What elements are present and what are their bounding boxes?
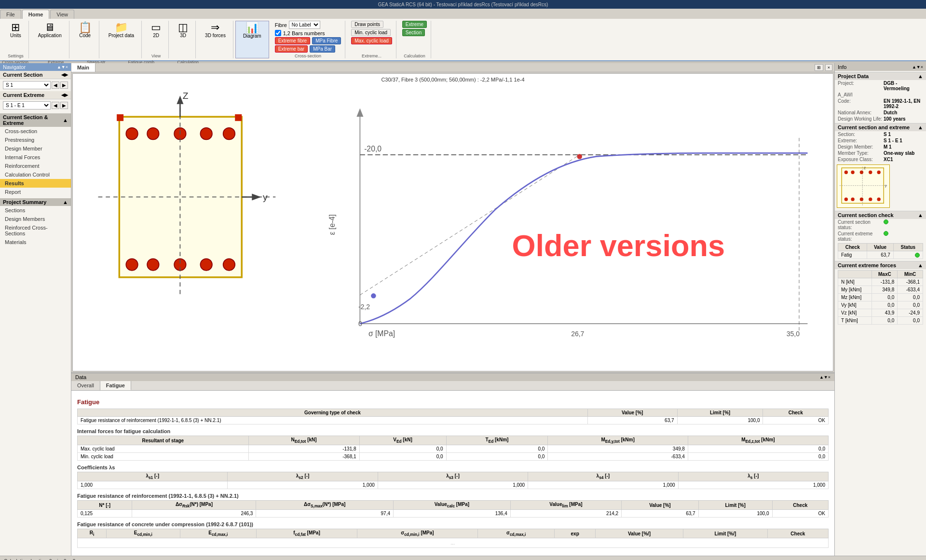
project-data-header[interactable]: Project Data ▲ bbox=[835, 72, 926, 80]
fr-v4: 136,4 bbox=[393, 510, 510, 518]
extreme-bar-row: Extreme bar MPa Bar bbox=[275, 45, 341, 53]
overall-tab[interactable]: Overall bbox=[71, 381, 100, 390]
ribbon-group-units: ⊞ Units Settings bbox=[3, 21, 29, 58]
x-tick-350: 35,0 bbox=[787, 330, 800, 338]
svg-point-4 bbox=[869, 171, 872, 174]
nav-item-reinforcement[interactable]: Reinforcement bbox=[0, 162, 71, 170]
min-cyclic-btn[interactable]: Min. cyclic load bbox=[351, 29, 391, 36]
col-medy: MEd,y,tot [kNm] bbox=[548, 436, 688, 445]
section-extreme-collapse: ▲ bbox=[63, 117, 68, 123]
max-cyclic-btn[interactable]: Max. cyclic load bbox=[351, 37, 392, 44]
extreme-select[interactable]: S 1 - E 1 bbox=[3, 101, 51, 109]
table-row: Mz [kNm] 0,0 0,0 bbox=[838, 294, 923, 301]
ct-h4: fcd,fat [MPa] bbox=[257, 529, 357, 538]
3dforces-button[interactable]: ⇒ 3D forces bbox=[202, 21, 229, 40]
check-th-3: Status bbox=[893, 244, 923, 251]
coefficients-title: Coefficients λs bbox=[77, 464, 829, 470]
code-button[interactable]: 📋 Code bbox=[75, 21, 95, 40]
check-th-2: Value bbox=[867, 244, 893, 251]
3d-button[interactable]: ◫ 3D bbox=[175, 21, 191, 40]
title-text: GEA StaticA RCS (64 bit) - Testovací pří… bbox=[378, 2, 548, 7]
view-close-btn[interactable]: × bbox=[825, 64, 832, 71]
mpa-bar-btn[interactable]: MPa Bar bbox=[310, 45, 335, 53]
project-label-2: Code: bbox=[838, 98, 884, 109]
extreme-fibre-btn[interactable]: Extreme fibre bbox=[275, 37, 310, 44]
project-value-4: 100 years bbox=[884, 116, 906, 122]
units-button[interactable]: ⊞ Units bbox=[7, 21, 25, 40]
section-calc-btn[interactable]: Section bbox=[402, 29, 425, 36]
project-label-4: Design Working Life: bbox=[838, 116, 884, 122]
section-select[interactable]: S 1 bbox=[3, 81, 51, 89]
epsilon-label: ε [e-4] bbox=[328, 214, 336, 235]
draw-points-btn[interactable]: Draw points bbox=[351, 21, 383, 28]
main-tab[interactable]: Main bbox=[71, 63, 95, 72]
tab-file[interactable]: File bbox=[0, 10, 21, 19]
extreme-prev-btn[interactable]: ◀ bbox=[52, 102, 59, 109]
fatigue-res-table: N* [-] ΔσRsk(N*) [MPa] ΔσS,max(N*) [MPa]… bbox=[77, 500, 829, 518]
bars-checkbox[interactable] bbox=[275, 30, 281, 36]
ef-r2-max: 0,0 bbox=[872, 294, 898, 301]
section-status-row: Current section status: bbox=[835, 219, 926, 231]
section-status-label: Current section status: bbox=[838, 219, 884, 230]
nav-item-prestressing[interactable]: Prestressing bbox=[0, 136, 71, 144]
data-header: Data ▲▼× bbox=[71, 373, 834, 381]
table-row: T [kNm] 0,0 0,0 bbox=[838, 317, 923, 325]
project-data-collapse: ▲ bbox=[918, 73, 923, 79]
extreme-forces-collapse: ▲ bbox=[918, 262, 923, 268]
project-summary-group[interactable]: Project Summary ▲ bbox=[0, 198, 71, 206]
main-layout: Navigator ▲▼× Current Section ◀▶ S 1 ◀ ▶… bbox=[0, 63, 926, 556]
view-maximize-btn[interactable]: ⊞ bbox=[815, 64, 823, 71]
nav-item-internalforces[interactable]: Internal Forces bbox=[0, 153, 71, 162]
section-prev-btn[interactable]: ◀ bbox=[52, 82, 59, 89]
rebar-t5 bbox=[223, 128, 235, 140]
ribbon-group-drawpoints: Draw points Min. cyclic load Max. cyclic… bbox=[347, 21, 396, 58]
col-ted: TEd [kNm] bbox=[446, 436, 548, 445]
extreme-calc-btn[interactable]: Extreme bbox=[402, 21, 427, 28]
extreme-fibre-row: Extreme fibre MPa Fibre bbox=[275, 37, 341, 44]
nav-item-materials[interactable]: Materials bbox=[0, 238, 71, 246]
current-sec-ext-header[interactable]: Current section and extreme ▲ bbox=[835, 123, 926, 131]
extreme-next-btn[interactable]: ▶ bbox=[60, 102, 68, 109]
check-th-1: Check bbox=[838, 244, 867, 251]
current-extreme-nav-icons: ◀▶ bbox=[61, 93, 68, 97]
tab-view[interactable]: View bbox=[50, 10, 74, 19]
section-extreme-group[interactable]: Current Section & Extreme ▲ bbox=[0, 113, 71, 127]
coefficients-table: λs1 [-] λs2 [-] λs3 [-] λs4 [-] λs [-] 1… bbox=[77, 472, 829, 489]
projectdata-button[interactable]: 📁 Project data bbox=[105, 21, 137, 40]
table-row: Vy [kN] 0,0 0,0 bbox=[838, 301, 923, 309]
section-next-btn[interactable]: ▶ bbox=[60, 82, 68, 89]
intersection-point bbox=[577, 154, 582, 159]
application-button[interactable]: 🖥 Application bbox=[35, 21, 65, 40]
nav-item-calccontrol[interactable]: Calculation Control bbox=[0, 170, 71, 179]
internal-forces-title: Internal forces for fatigue calculation bbox=[77, 428, 829, 434]
mpa-fibre-btn[interactable]: MPa Fibre bbox=[312, 37, 341, 44]
col-governing: Governing type of check bbox=[78, 409, 588, 417]
nav-item-designmember[interactable]: Design Member bbox=[0, 144, 71, 153]
2d-button[interactable]: ▭ 2D bbox=[148, 21, 164, 40]
nav-item-crosssection[interactable]: Cross-section bbox=[0, 127, 71, 136]
fr-h7: Limit [%] bbox=[698, 501, 772, 510]
ribbon-group-calculation: Extreme Section Calculation bbox=[398, 21, 431, 58]
section-check-title: Current section check bbox=[838, 212, 894, 218]
section-check-header[interactable]: Current section check ▲ bbox=[835, 211, 926, 219]
check-td-2: 63,7 bbox=[867, 251, 893, 259]
nav-item-report[interactable]: Report bbox=[0, 188, 71, 196]
fibre-select[interactable]: No Label bbox=[289, 21, 320, 29]
diagram-button[interactable]: 📊 Diagram bbox=[240, 21, 265, 40]
coeff-h1: λs1 [-] bbox=[78, 472, 228, 481]
table-row: Min. cyclic load -368,1 0,0 0,0 -633,4 0… bbox=[78, 453, 829, 461]
extreme-forces-header[interactable]: Current extreme forces ▲ bbox=[835, 261, 926, 269]
table-row: N [kN] -131,8 -368,1 bbox=[838, 278, 923, 286]
tab-home[interactable]: Home bbox=[22, 10, 50, 19]
ribbon-group-code: 📋 Code bbox=[71, 21, 99, 58]
cse-label-1: Extreme: bbox=[838, 138, 884, 143]
project-data-title: Project Data bbox=[838, 73, 869, 79]
extreme-bar-btn[interactable]: Extreme bar bbox=[275, 45, 308, 53]
ct-h8: Value [%/] bbox=[596, 529, 683, 538]
nav-item-designmembers[interactable]: Design Members bbox=[0, 215, 71, 223]
nav-item-reinforcedcrosssections[interactable]: Reinforced Cross-Sections bbox=[0, 223, 71, 238]
nav-item-results[interactable]: Results bbox=[0, 179, 71, 188]
fatigue-tab[interactable]: Fatigue bbox=[100, 381, 131, 390]
nav-item-sections[interactable]: Sections bbox=[0, 206, 71, 215]
check-td-3 bbox=[893, 251, 923, 259]
